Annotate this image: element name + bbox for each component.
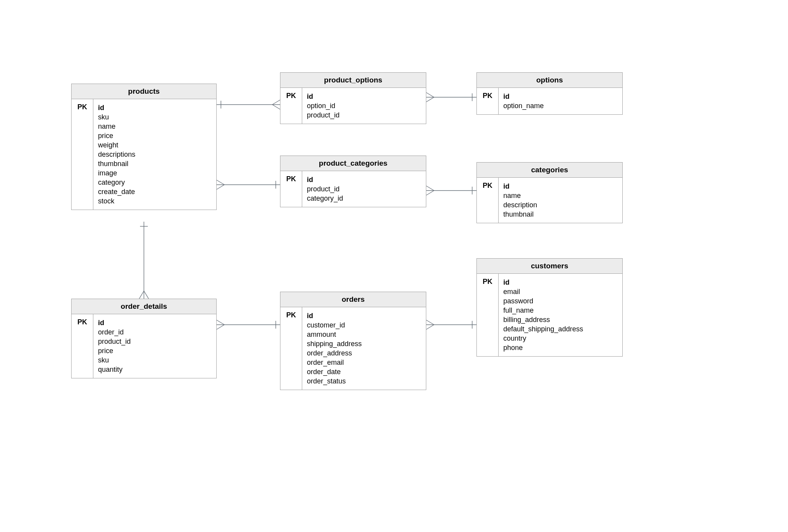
field: category [98, 178, 212, 187]
svg-line-13 [426, 186, 434, 191]
field: id [503, 182, 618, 191]
field: price [98, 131, 212, 140]
field: quantity [98, 365, 212, 374]
svg-line-18 [139, 291, 144, 299]
entity-title: product_categories [280, 156, 426, 171]
rel-products-product_categories [217, 180, 280, 189]
rel-product_options-options [426, 93, 476, 102]
field: sku [98, 112, 212, 122]
pk-label: PK [477, 88, 499, 114]
fields-list: id name description thumbnail [499, 178, 622, 223]
svg-line-10 [217, 185, 224, 189]
entity-title: customers [477, 259, 622, 274]
svg-line-21 [217, 320, 224, 325]
field: order_email [307, 358, 421, 367]
svg-line-9 [217, 180, 224, 185]
field: id [307, 92, 421, 101]
svg-line-5 [426, 93, 434, 97]
field: product_id [307, 110, 421, 120]
fields-list: id product_id category_id [302, 171, 426, 207]
fields-list: id email password full_name billing_addr… [499, 274, 622, 356]
svg-line-25 [426, 320, 434, 325]
field: category_id [307, 194, 421, 203]
entity-options: options PK id option_name [476, 72, 623, 115]
rel-orders-customers [426, 320, 476, 329]
field: price [98, 346, 212, 355]
field: thumbnail [503, 210, 618, 219]
fields-list: id customer_id ammount shipping_address … [302, 307, 426, 390]
er-diagram-canvas: products PK id sku name price weight des… [0, 0, 788, 532]
fields-list: id option_id product_id [302, 88, 426, 124]
svg-line-6 [426, 97, 434, 102]
field: country [503, 334, 618, 343]
field: product_id [98, 337, 212, 346]
entity-title: product_options [280, 73, 426, 88]
entity-orders: orders PK id customer_id ammount shippin… [280, 292, 426, 390]
entity-title: products [72, 84, 216, 99]
field: id [98, 103, 212, 112]
field: id [503, 278, 618, 287]
entity-title: orders [280, 292, 426, 307]
field: product_id [307, 184, 421, 194]
rel-product_categories-categories [426, 186, 476, 195]
field: create_date [98, 187, 212, 196]
field: email [503, 287, 618, 296]
pk-label: PK [477, 178, 499, 223]
svg-line-2 [272, 100, 280, 105]
field: shipping_address [307, 339, 421, 348]
fields-list: id order_id product_id price sku quantit… [93, 314, 216, 378]
field: name [98, 122, 212, 131]
rel-order_details-orders [217, 320, 280, 329]
field: weight [98, 140, 212, 150]
entity-title: options [477, 73, 622, 88]
field: order_status [307, 376, 421, 386]
entity-title: categories [477, 163, 622, 178]
field: order_address [307, 348, 421, 358]
field: id [307, 311, 421, 320]
field: order_id [98, 327, 212, 337]
field: order_date [307, 367, 421, 376]
field: full_name [503, 306, 618, 315]
pk-label: PK [280, 88, 302, 124]
pk-label: PK [72, 314, 93, 378]
fields-list: id sku name price weight descriptions th… [93, 99, 216, 210]
entity-order-details: order_details PK id order_id product_id … [71, 299, 217, 378]
field: name [503, 191, 618, 200]
svg-line-19 [144, 291, 149, 299]
entity-product-categories: product_categories PK id product_id cate… [280, 156, 426, 207]
field: phone [503, 343, 618, 352]
entity-product-options: product_options PK id option_id product_… [280, 72, 426, 124]
field: option_id [307, 101, 421, 110]
pk-label: PK [280, 307, 302, 390]
pk-label: PK [477, 274, 499, 356]
field: sku [98, 355, 212, 365]
field: default_shipping_address [503, 324, 618, 334]
entity-title: order_details [72, 299, 216, 314]
fields-list: id option_name [499, 88, 622, 114]
field: ammount [307, 330, 421, 339]
entity-products: products PK id sku name price weight des… [71, 84, 217, 210]
field: id [307, 175, 421, 184]
rel-products-product_options [217, 100, 280, 109]
rel-products-order_details [139, 222, 149, 299]
svg-line-26 [426, 325, 434, 329]
svg-line-22 [217, 325, 224, 329]
pk-label: PK [280, 171, 302, 207]
svg-line-3 [272, 105, 280, 109]
field: id [503, 92, 618, 101]
field: description [503, 200, 618, 210]
svg-line-14 [426, 191, 434, 195]
field: stock [98, 196, 212, 206]
entity-categories: categories PK id name description thumbn… [476, 162, 623, 223]
field: image [98, 168, 212, 178]
field: option_name [503, 101, 618, 110]
field: customer_id [307, 320, 421, 330]
field: descriptions [98, 150, 212, 159]
field: billing_address [503, 315, 618, 324]
pk-label: PK [72, 99, 93, 210]
field: thumbnail [98, 159, 212, 168]
field: password [503, 296, 618, 306]
field: id [98, 318, 212, 327]
entity-customers: customers PK id email password full_name… [476, 258, 623, 357]
